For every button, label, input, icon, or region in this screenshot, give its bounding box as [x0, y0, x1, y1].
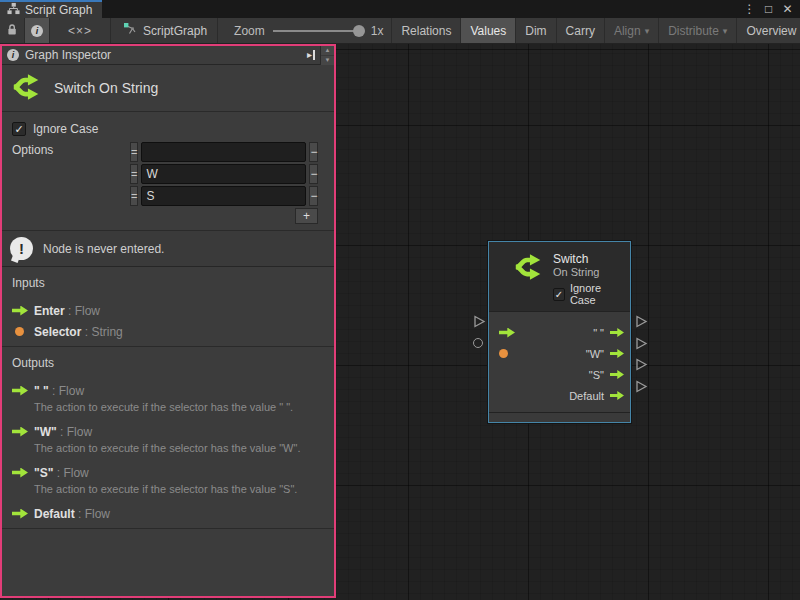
inspector-header-label: Graph Inspector [25, 48, 111, 62]
hierarchy-icon [7, 2, 20, 18]
dock-inspector-button[interactable]: ▸ [302, 48, 320, 63]
dim-label: Dim [525, 24, 546, 38]
window-menu-icon[interactable]: ⋮ [741, 1, 758, 17]
step-down-icon[interactable]: ▼ [321, 55, 334, 65]
overview-label: Overview [746, 24, 796, 38]
flow-arrow-icon [12, 306, 34, 316]
node-input-flow-connector-icon[interactable] [473, 315, 486, 331]
node-port-row: "S" [495, 364, 624, 385]
port-name: " " [34, 384, 49, 398]
zoom-slider-track[interactable] [273, 30, 363, 32]
ignore-case-checkbox[interactable]: ✓ [12, 122, 26, 136]
inputs-header: Inputs [12, 276, 324, 290]
port-name: "S" [34, 466, 53, 480]
flow-arrow-icon[interactable] [610, 328, 624, 337]
port-separator: : [57, 425, 67, 439]
inspector-properties: ✓ Ignore Case Options = − = − = − [2, 112, 334, 231]
flow-arrow-icon[interactable] [610, 370, 624, 379]
info-icon: i [31, 25, 43, 37]
edit-script-button[interactable]: <×> [50, 18, 111, 43]
dock-icon: ▸ [307, 50, 315, 60]
drag-handle-icon[interactable]: = [130, 186, 138, 206]
port-name: "W" [34, 425, 57, 439]
script-graph-asset-icon [123, 22, 137, 39]
selector-port[interactable] [495, 349, 517, 358]
flow-arrow-icon [12, 386, 34, 396]
inspector-title: Switch On String [54, 80, 158, 96]
warning-strip: ! Node is never entered. [2, 231, 334, 267]
node-output-connector-icon[interactable] [635, 315, 648, 331]
drag-handle-icon[interactable]: = [130, 164, 138, 184]
relations-button[interactable]: Relations [391, 18, 461, 43]
values-button[interactable]: Values [461, 18, 516, 43]
remove-option-button[interactable]: − [309, 164, 318, 184]
toolbar-right-group: Relations Values Dim Carry Align▾ Distri… [391, 18, 800, 43]
relations-label: Relations [401, 24, 451, 38]
zoom-slider-handle[interactable] [353, 25, 365, 37]
option-value-input[interactable] [141, 164, 306, 184]
node-output-connector-icon[interactable] [635, 380, 648, 396]
chevron-down-icon: ▾ [645, 26, 650, 36]
distribute-label: Distribute [668, 24, 719, 38]
align-button[interactable]: Align▾ [605, 18, 659, 43]
option-item: = − [130, 164, 318, 184]
flow-arrow-icon[interactable] [610, 349, 624, 358]
step-up-icon[interactable]: ▲ [321, 46, 334, 55]
port-type: String [91, 325, 122, 339]
dim-button[interactable]: Dim [516, 18, 556, 43]
options-list: = − = − = − + [130, 142, 318, 224]
window-close-icon[interactable]: ✕ [779, 1, 796, 17]
options-label: Options [12, 142, 130, 157]
graph-reference-button[interactable]: ScriptGraph [111, 18, 218, 43]
node-subtitle: On String [553, 266, 624, 279]
node-header[interactable]: Switch On String ✓ Ignore Case [489, 242, 630, 312]
distribute-button[interactable]: Distribute▾ [659, 18, 737, 43]
port-name: Selector [34, 325, 81, 339]
drag-handle-icon[interactable]: = [130, 142, 138, 162]
flow-arrow-icon[interactable] [610, 391, 624, 400]
node-port-row: Default [495, 385, 624, 406]
zoom-control: Zoom 1x [218, 18, 391, 43]
switch-on-string-node[interactable]: Switch On String ✓ Ignore Case " " "W" [488, 241, 631, 423]
graph-name-label: ScriptGraph [143, 24, 207, 38]
node-output-connector-icon[interactable] [635, 358, 648, 374]
port-name: Enter [34, 304, 65, 318]
node-ignore-case-checkbox[interactable]: ✓ [553, 288, 565, 301]
option-value-input[interactable] [141, 142, 306, 162]
port-type: Flow [75, 304, 100, 318]
port-separator: : [65, 304, 75, 318]
remove-option-button[interactable]: − [309, 142, 318, 162]
graph-inspector-panel: i Graph Inspector ▸ ▲ ▼ Switch On String… [0, 44, 336, 598]
node-title: Switch [553, 252, 624, 266]
outputs-section: Outputs " " : Flow The action to execute… [2, 347, 334, 528]
enter-port[interactable] [495, 328, 517, 338]
node-ports: " " "W" "S" Default [489, 312, 630, 412]
lock-button[interactable] [0, 18, 25, 43]
zoom-slider[interactable] [273, 24, 363, 38]
option-value-input[interactable] [141, 186, 306, 206]
zoom-label: Zoom [234, 24, 265, 38]
remove-option-button[interactable]: − [309, 186, 318, 206]
inspector-toggle-button[interactable]: i [25, 18, 50, 43]
tab-label: Script Graph [25, 3, 92, 17]
window-maximize-icon[interactable]: □ [760, 1, 777, 17]
carry-button[interactable]: Carry [557, 18, 605, 43]
chevron-down-icon: ▾ [723, 26, 728, 36]
node-port-row: "W" [495, 343, 624, 364]
output-port-item: "S" : Flow [12, 462, 324, 483]
tab-script-graph[interactable]: Script Graph [0, 0, 102, 18]
port-type: Flow [63, 466, 88, 480]
port-label: "W" [586, 348, 604, 360]
node-output-connector-icon[interactable] [635, 337, 648, 353]
add-option-button[interactable]: + [295, 208, 318, 224]
overview-button[interactable]: Overview [737, 18, 800, 43]
switch-icon [513, 252, 545, 285]
input-port-item: Selector : String [12, 321, 324, 342]
info-icon: i [7, 49, 19, 61]
port-name: Default [34, 507, 75, 521]
node-input-value-connector-icon[interactable] [473, 338, 483, 348]
node-head-text: Switch On String ✓ Ignore Case [553, 252, 624, 306]
output-port-item: Default : Flow [12, 503, 324, 524]
inputs-section: Inputs Enter : Flow Selector : String [2, 267, 334, 347]
ignore-case-row: ✓ Ignore Case [12, 122, 322, 136]
